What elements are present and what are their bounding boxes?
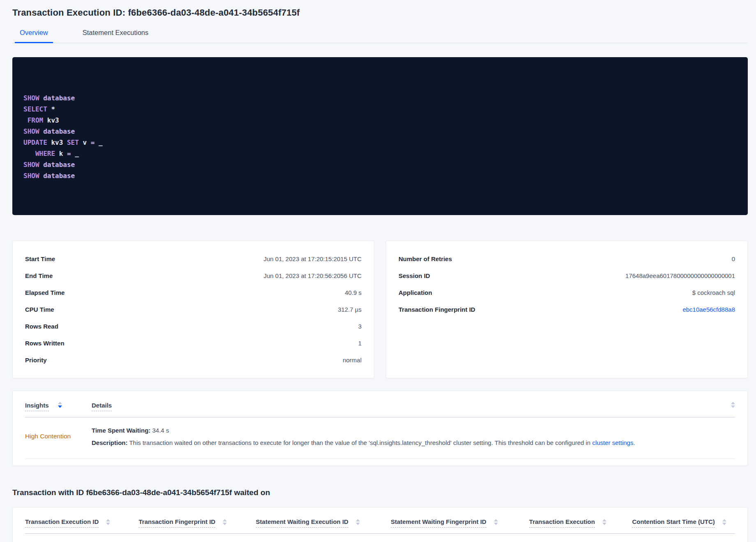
insight-type-cell: High Contention bbox=[25, 426, 92, 447]
sort-icon bbox=[722, 519, 726, 525]
sql-code: SHOW databaseSELECT * FROM kv3SHOW datab… bbox=[23, 93, 732, 181]
summary-row: Application$ cockroach sql bbox=[399, 284, 735, 301]
transaction-details-page: Transaction Execution ID: f6be6366-da03-… bbox=[0, 0, 756, 542]
summary-value: 1 bbox=[358, 340, 362, 347]
sql-line: UPDATE kv3 SET v = _ bbox=[23, 137, 732, 148]
sort-down-icon bbox=[722, 523, 726, 525]
sql-line: SHOW database bbox=[23, 170, 732, 181]
sort-icon bbox=[356, 519, 360, 525]
transaction-fingerprint-link[interactable]: ebc10ae56cfd88a8 bbox=[682, 306, 735, 313]
waiting-label: Time Spent Waiting: bbox=[92, 427, 150, 434]
details-header-label: Details bbox=[92, 402, 112, 411]
sort-icon bbox=[223, 519, 227, 525]
summary-label: CPU Time bbox=[25, 306, 54, 313]
sort-icon bbox=[602, 519, 606, 525]
summary-row: End TimeJun 01, 2023 at 17:20:56:2056 UT… bbox=[25, 267, 362, 284]
summary-row: Transaction Fingerprint IDebc10ae56cfd88… bbox=[399, 301, 735, 318]
summary-card-left: Start TimeJun 01, 2023 at 17:20:15:2015 … bbox=[12, 241, 374, 378]
column-header[interactable]: Contention Start Time (UTC) bbox=[632, 518, 735, 528]
summary-value: 17648a9eea6017800000000000000001 bbox=[625, 272, 735, 279]
sort-down-icon bbox=[494, 523, 498, 525]
column-header-label: Contention Start Time (UTC) bbox=[632, 518, 715, 528]
insight-row: High Contention Time Spent Waiting: 34.4… bbox=[25, 417, 735, 459]
summary-row: Rows Written1 bbox=[25, 335, 362, 352]
insights-header-label: Insights bbox=[25, 402, 49, 411]
sort-up-icon bbox=[602, 519, 606, 521]
summary-value: normal bbox=[343, 357, 362, 364]
description-suffix: . bbox=[633, 439, 635, 446]
time-spent-waiting-line: Time Spent Waiting: 34.4 s bbox=[92, 426, 735, 435]
column-header[interactable]: Transaction Fingerprint ID bbox=[138, 518, 256, 528]
waiting-value: 34.4 s bbox=[152, 427, 169, 434]
summary-label: End Time bbox=[25, 272, 53, 279]
sort-up-icon bbox=[58, 402, 62, 404]
column-header[interactable]: Statement Waiting Execution ID bbox=[256, 518, 391, 528]
summary-row: Prioritynormal bbox=[25, 352, 362, 368]
sort-up-icon bbox=[223, 519, 227, 521]
sort-down-icon bbox=[356, 523, 360, 525]
sort-down-icon bbox=[602, 523, 606, 525]
cluster-settings-link[interactable]: cluster settings bbox=[592, 439, 633, 446]
sort-down-icon bbox=[223, 523, 227, 525]
sql-line: SHOW database bbox=[23, 159, 732, 170]
summary-value: 0 bbox=[732, 255, 735, 262]
summary-label: Transaction Fingerprint ID bbox=[399, 306, 475, 313]
description-text: This transaction waited on other transac… bbox=[129, 439, 590, 446]
column-header-label: Transaction Execution ID bbox=[25, 518, 99, 528]
summary-row: Rows Read3 bbox=[25, 318, 362, 335]
summary-row: Session ID17648a9eea60178000000000000000… bbox=[399, 267, 735, 284]
summary-label: Priority bbox=[25, 357, 47, 364]
summary-label: Rows Written bbox=[25, 340, 65, 347]
high-contention-label: High Contention bbox=[25, 433, 71, 440]
sort-icon[interactable] bbox=[731, 402, 735, 408]
column-header-label: Transaction Execution bbox=[529, 518, 595, 528]
column-header[interactable]: Transaction Execution bbox=[529, 518, 632, 528]
column-header-label: Transaction Fingerprint ID bbox=[138, 518, 215, 528]
sort-up-icon bbox=[494, 519, 498, 521]
waited-on-table-card: Transaction Execution IDTransaction Fing… bbox=[12, 507, 748, 542]
sql-line: SHOW database bbox=[23, 93, 732, 104]
summary-row: Number of Retries0 bbox=[399, 250, 735, 267]
summary-value: Jun 01, 2023 at 17:20:56:2056 UTC bbox=[263, 272, 362, 279]
column-header[interactable]: Statement Waiting Fingerprint ID bbox=[391, 518, 529, 528]
sort-icon bbox=[58, 402, 62, 408]
sort-icon bbox=[494, 519, 498, 525]
summary-label: Rows Read bbox=[25, 323, 58, 330]
description-label: Description: bbox=[92, 439, 128, 446]
summary-row: Start TimeJun 01, 2023 at 17:20:15:2015 … bbox=[25, 250, 362, 267]
summary-label: Number of Retries bbox=[399, 255, 452, 262]
insights-column-header[interactable]: Insights bbox=[25, 402, 92, 411]
summary-card-right: Number of Retries0Session ID17648a9eea60… bbox=[386, 241, 748, 378]
tab-bar: Overview Statement Executions bbox=[12, 29, 748, 43]
insights-table-card: Insights Details High Contention T bbox=[12, 391, 748, 466]
sort-down-icon bbox=[106, 523, 110, 525]
summary-row: CPU Time312.7 µs bbox=[25, 301, 362, 318]
page-title: Transaction Execution ID: f6be6366-da03-… bbox=[12, 7, 748, 18]
sort-up-icon bbox=[356, 519, 360, 521]
summary-label: Application bbox=[399, 289, 432, 296]
summary-value: Jun 01, 2023 at 17:20:15:2015 UTC bbox=[263, 255, 362, 262]
sql-line: SELECT * bbox=[23, 104, 732, 115]
column-header-label: Statement Waiting Fingerprint ID bbox=[391, 518, 486, 528]
summary-label: Session ID bbox=[399, 272, 430, 279]
waited-on-table-header: Transaction Execution IDTransaction Fing… bbox=[25, 507, 735, 534]
summary-label: Start Time bbox=[25, 255, 55, 262]
summary-cards-row: Start TimeJun 01, 2023 at 17:20:15:2015 … bbox=[12, 241, 748, 378]
waited-on-heading: Transaction with ID f6be6366-da03-48de-a… bbox=[12, 488, 748, 497]
column-header-label: Statement Waiting Execution ID bbox=[256, 518, 348, 528]
summary-value: 3 bbox=[358, 323, 362, 330]
sql-line: SHOW database bbox=[23, 126, 732, 137]
summary-label: Elapsed Time bbox=[25, 289, 65, 296]
table-row: 9738d051-bc0e-4158-a9b4-1903586ddd42 ebc… bbox=[25, 534, 735, 542]
sql-statement-box: SHOW databaseSELECT * FROM kv3SHOW datab… bbox=[12, 57, 748, 215]
sql-line: WHERE k = _ bbox=[23, 148, 732, 159]
insights-table-header: Insights Details bbox=[25, 391, 735, 417]
sort-down-icon bbox=[58, 405, 62, 408]
tab-statement-executions[interactable]: Statement Executions bbox=[78, 29, 154, 43]
tab-overview[interactable]: Overview bbox=[15, 29, 53, 43]
description-line: Description: This transaction waited on … bbox=[92, 439, 735, 447]
summary-row: Elapsed Time40.9 s bbox=[25, 284, 362, 301]
column-header[interactable]: Transaction Execution ID bbox=[25, 518, 138, 528]
sort-icon bbox=[106, 519, 110, 525]
details-column-header[interactable]: Details bbox=[92, 402, 112, 409]
